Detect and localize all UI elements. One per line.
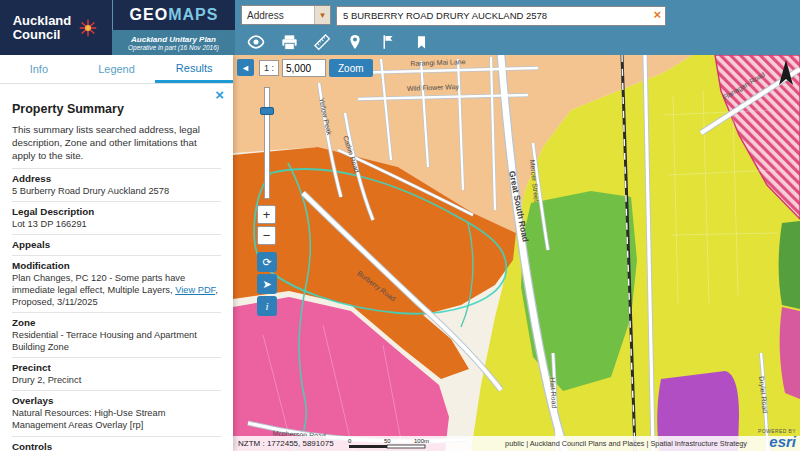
svg-text:50: 50 [384,438,391,444]
svg-text:0: 0 [348,438,352,444]
section-appeals: Appeals [12,234,221,255]
north-arrow-icon [778,60,794,87]
header-bar: Auckland Council GEOMAPS Auckland Unitar… [0,0,800,55]
subtitle-line-1: Auckland Unitary Plan [112,35,235,44]
section-zone: Zone Residential - Terrace Housing and A… [12,312,221,357]
overlays-value: Natural Resources: High-Use Stream Manag… [12,407,221,431]
search-row: Address ▾ × [241,5,666,26]
zone-value: Residential - Terrace Housing and Apartm… [12,329,221,353]
measure-button[interactable] [312,32,332,52]
auckland-council-logo: Auckland Council [0,0,112,55]
zoning-map[interactable]: Flanagan RoadRarangi Mai LaneWild Flower… [233,55,800,451]
next-extent-button[interactable]: ➤ [257,274,277,294]
summary-intro: This summary lists searched address, leg… [12,124,221,163]
modification-value: Plan Changes, PC 120 - Some parts have i… [12,272,221,308]
precinct-value: Drury 2, Precinct [12,374,221,386]
tab-legend[interactable]: Legend [78,55,156,83]
section-legal-description: Legal Description Lot 13 DP 166291 [12,201,221,234]
map-container: Flanagan RoadRarangi Mai LaneWild Flower… [233,55,800,451]
esri-wordmark: esri [769,433,796,450]
view-pdf-link[interactable]: View PDF [175,285,215,295]
flag-button[interactable] [378,32,398,52]
svg-text:100m: 100m [414,438,429,444]
brand-maps: MAPS [168,6,218,24]
pohutukawa-flower-icon [77,17,99,39]
info-button[interactable]: i [257,296,277,316]
print-button[interactable] [279,32,299,52]
brand-geo: GEO [130,6,169,24]
printer-icon [280,33,299,52]
panel-body: × Property Summary This summary lists se… [0,84,233,451]
clear-search-icon[interactable]: × [653,7,661,22]
flag-icon [379,33,397,51]
section-controls: Controls Controls: Height Variation Cont… [12,436,221,451]
zone-label: Zone [12,317,221,328]
plan-subtitle: Auckland Unitary Plan Operative in part … [112,30,235,55]
zoom-in-button[interactable]: + [257,205,276,224]
map-toolbar [246,31,431,53]
results-panel: Info Legend Results × Property Summary T… [0,55,233,451]
zoom-slider-track[interactable] [264,87,270,199]
bookmark-button[interactable] [411,32,431,52]
modification-text-1: Plan Changes, PC 120 - Some parts have i… [12,273,185,295]
modification-label: Modification [12,260,221,271]
controls-label: Controls [12,441,221,451]
info-icon: i [265,300,268,312]
zoom-slider-handle[interactable] [260,107,274,115]
refresh-icon: ⟳ [262,256,271,268]
legal-value: Lot 13 DP 166291 [12,218,221,230]
scale-widget: 1 : Zoom [259,59,373,77]
council-word-1: Auckland [13,14,72,28]
section-precinct: Precinct Drury 2, Precinct [12,357,221,390]
scale-input[interactable] [282,59,326,77]
collapse-arrow-icon: ◄ [241,63,250,73]
collapse-panel-button[interactable]: ◄ [237,59,254,76]
map-pin-icon [346,33,364,51]
eye-icon [246,32,266,52]
north-arrow [778,60,794,91]
default-extent-button[interactable]: ⟳ [257,252,277,272]
geomaps-logo: GEOMAPS [112,0,235,30]
appeals-label: Appeals [12,239,221,250]
scale-bar: 0 50 100m [346,437,432,450]
zoom-out-button[interactable]: − [257,226,276,245]
coordinates-readout: NZTM : 1772455, 5891075 [238,439,334,448]
precinct-label: Precinct [12,362,221,373]
map-attribution: public | Auckland Council Plans and Plac… [505,439,795,448]
chevron-down-icon[interactable]: ▾ [314,6,330,24]
location-pin-button[interactable] [345,32,365,52]
subtitle-line-2: Operative in part (16 Nov 2016) [112,44,235,51]
ruler-icon [312,32,332,52]
address-value: 5 Burberry Road Drury Auckland 2578 [12,185,221,197]
tab-info[interactable]: Info [0,55,78,83]
map-status-bar: NZTM : 1772455, 5891075 0 50 100m public… [233,436,800,451]
close-icon[interactable]: × [215,87,224,102]
search-input[interactable] [336,6,666,26]
identify-eye-button[interactable] [246,32,266,52]
address-label: Address [12,173,221,184]
tab-results[interactable]: Results [155,55,233,83]
zone-darkgreen-band [779,221,800,309]
panel-tabs: Info Legend Results [0,55,233,84]
search-category-value: Address [247,10,284,21]
search-category-select[interactable]: Address ▾ [241,5,331,25]
overlays-label: Overlays [12,395,221,406]
section-address: Address 5 Burberry Road Drury Auckland 2… [12,168,221,201]
bookmark-icon [413,34,430,51]
scale-prefix: 1 : [259,60,279,76]
section-overlays: Overlays Natural Resources: High-Use Str… [12,390,221,435]
council-word-2: Council [13,28,72,42]
page-title: Property Summary [12,102,221,116]
zoom-button[interactable]: Zoom [329,59,373,77]
section-modification: Modification Plan Changes, PC 120 - Some… [12,255,221,312]
council-logo-text: Auckland Council [13,14,72,41]
legal-label: Legal Description [12,206,221,217]
esri-logo: POWERED BY esri [758,429,796,450]
arrow-right-icon: ➤ [262,278,271,290]
